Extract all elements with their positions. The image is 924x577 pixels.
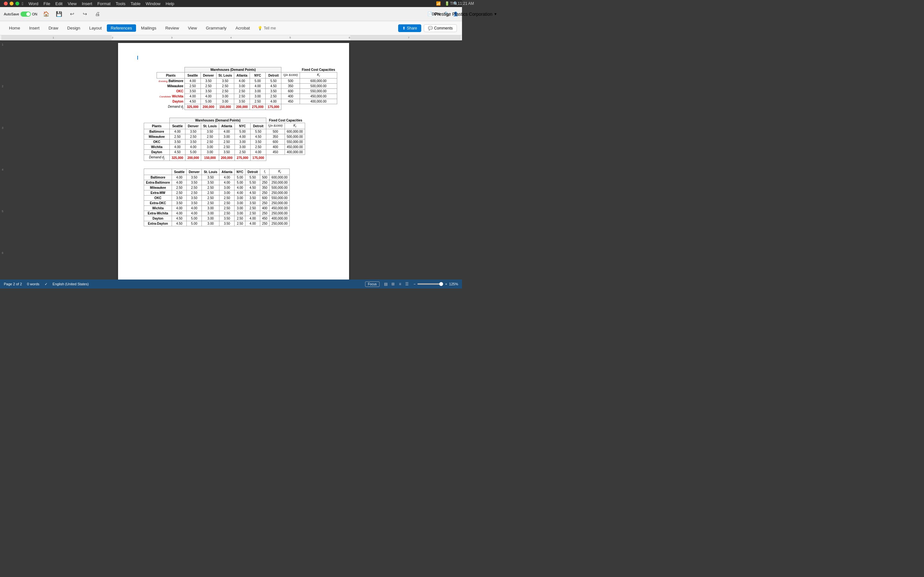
zoom-plus[interactable]: + bbox=[445, 282, 447, 286]
toolbar: AutoSave ON 🏠 💾 ↩ ↪ 🖨 📄 Prestige Plastic… bbox=[0, 7, 462, 21]
table-row: Extra-OKC 3.50 3.50 2.50 2.50 3.00 3.50 … bbox=[144, 201, 290, 206]
tab-mailings[interactable]: Mailings bbox=[137, 24, 160, 32]
table-section-1: Warehouses (Demand Points) Fixed Cost Ca… bbox=[137, 67, 330, 110]
file-menu[interactable]: File bbox=[44, 1, 50, 6]
tab-references[interactable]: References bbox=[107, 24, 136, 32]
page-container[interactable]: Warehouses (Demand Points) Fixed Cost Ca… bbox=[5, 40, 462, 279]
traffic-lights[interactable] bbox=[4, 2, 19, 5]
table-menu[interactable]: Table bbox=[131, 1, 141, 6]
share-icon: ⬆ bbox=[402, 26, 405, 31]
tab-acrobat[interactable]: Acrobat bbox=[232, 24, 254, 32]
tools-menu[interactable]: Tools bbox=[116, 1, 126, 6]
left-margin: 1 2 3 4 5 6 7 bbox=[0, 40, 5, 279]
table-row: Extra-Dayton 4.50 5.00 3.00 3.50 2.50 4.… bbox=[144, 221, 290, 226]
document-page: Warehouses (Demand Points) Fixed Cost Ca… bbox=[118, 43, 349, 279]
language: English (United States) bbox=[53, 282, 89, 286]
wifi-icon: 📶 bbox=[436, 1, 441, 6]
window-menu[interactable]: Window bbox=[145, 1, 160, 6]
demand-row-2: Demand dj 325,000 200,000 150,000 200,00… bbox=[144, 155, 305, 161]
plants-header-1: Plants bbox=[157, 73, 185, 79]
margin-num-6: 6 bbox=[2, 251, 3, 255]
page-info: Page 2 of 2 bbox=[4, 282, 22, 286]
print-icon[interactable]: 🖨 bbox=[94, 10, 102, 18]
insert-menu[interactable]: Insert bbox=[82, 1, 92, 6]
spell-check-icon[interactable]: ✓ bbox=[45, 282, 47, 286]
tell-me[interactable]: 💡 Tell me bbox=[258, 26, 276, 31]
data-table-2: Warehouses (Demand Points) Fixed Cost Ca… bbox=[144, 118, 305, 161]
zoom-minus[interactable]: − bbox=[414, 282, 415, 286]
doc-icon: 📄 bbox=[427, 11, 433, 16]
existing-tag: Existing bbox=[159, 80, 168, 83]
view-menu[interactable]: View bbox=[68, 1, 77, 6]
table-row: OKC 3.50 3.50 2.50 2.50 3.00 3.50 600 55… bbox=[157, 89, 337, 94]
save-icon[interactable]: 💾 bbox=[55, 10, 63, 18]
undo-icon[interactable]: ↩ bbox=[68, 10, 76, 18]
margin-num-4: 4 bbox=[2, 168, 3, 171]
tab-insert[interactable]: Insert bbox=[25, 24, 44, 32]
tab-review[interactable]: Review bbox=[162, 24, 183, 32]
share-button[interactable]: ⬆ Share bbox=[398, 24, 421, 32]
comments-button[interactable]: 💬 Comments bbox=[424, 24, 457, 32]
comment-icon: 💬 bbox=[428, 26, 433, 31]
table-row: Extra-Baltimore 4.00 3.50 3.50 4.00 5.00… bbox=[144, 180, 290, 185]
status-right: Focus ▤ ⊞ ≡ ☰ − + 125% bbox=[365, 282, 458, 287]
tab-design[interactable]: Design bbox=[63, 24, 84, 32]
table-row: Baltimore 4.00 3.50 3.50 4.00 5.00 5.50 … bbox=[144, 129, 305, 134]
table-row: Baltimore 4.00 3.50 3.50 4.00 5.00 5.50 … bbox=[144, 175, 290, 180]
outline-icon[interactable]: ≡ bbox=[397, 282, 403, 287]
fixed-cost-cap-header-1: Fixed Cost Capacities bbox=[300, 67, 337, 73]
home-icon[interactable]: 🏠 bbox=[42, 10, 50, 18]
menu-bar:  Word File Edit View Insert Format Tool… bbox=[22, 1, 174, 6]
print-layout-icon[interactable]: ▤ bbox=[383, 282, 389, 287]
redo-icon[interactable]: ↪ bbox=[81, 10, 89, 18]
edit-menu[interactable]: Edit bbox=[55, 1, 63, 6]
tab-draw[interactable]: Draw bbox=[45, 24, 62, 32]
tab-grammarly[interactable]: Grammarly bbox=[202, 24, 230, 32]
table-row: Milwaukee 2.50 2.50 2.50 3.00 4.00 4.50 … bbox=[157, 84, 337, 89]
draft-icon[interactable]: ☰ bbox=[405, 282, 410, 287]
table-row: Existing Baltimore 4.00 3.50 3.50 4.00 5… bbox=[157, 79, 337, 84]
format-menu[interactable]: Format bbox=[97, 1, 110, 6]
margin-num-2: 2 bbox=[2, 85, 3, 88]
candidate-tag: Candidate bbox=[160, 95, 171, 98]
tab-view[interactable]: View bbox=[184, 24, 201, 32]
ribbon: Home Insert Draw Design Layout Reference… bbox=[0, 21, 462, 35]
autosave-toggle[interactable] bbox=[21, 11, 31, 17]
word-count: 0 words bbox=[27, 282, 39, 286]
apple-menu[interactable]:  bbox=[22, 1, 23, 6]
warehouse-header-1: Warehouses (Demand Points) bbox=[185, 67, 281, 73]
status-left: Page 2 of 2 0 words ✓ English (United St… bbox=[4, 282, 89, 286]
minimize-button[interactable] bbox=[10, 2, 13, 5]
table-row: Milwaukee 2.50 2.50 2.50 3.00 4.00 4.50 … bbox=[144, 134, 305, 139]
autosave-label: AutoSave bbox=[4, 12, 19, 16]
table-row: OKC 3.50 3.50 2.50 2.50 3.00 3.50 600 55… bbox=[144, 195, 290, 201]
focus-button[interactable]: Focus bbox=[365, 282, 380, 287]
table-row: Extra-MW 2.50 2.50 2.50 3.00 4.00 4.50 2… bbox=[144, 190, 290, 195]
maximize-button[interactable] bbox=[15, 2, 19, 5]
warehouse-header-2: Warehouses (Demand Points) bbox=[170, 118, 266, 123]
ribbon-actions: ⬆ Share 💬 Comments bbox=[398, 24, 457, 32]
data-table-3: Seattle Denver St. Louis Atlanta NYC Det… bbox=[144, 169, 290, 226]
tab-layout[interactable]: Layout bbox=[86, 24, 105, 32]
autosave-control: AutoSave ON bbox=[4, 11, 37, 17]
close-button[interactable] bbox=[4, 2, 8, 5]
lightbulb-icon: 💡 bbox=[258, 26, 262, 31]
table-row: Dayton 4.50 5.00 3.00 3.50 2.50 4.00 450… bbox=[144, 150, 305, 155]
margin-num-3: 3 bbox=[2, 126, 3, 129]
table-row: Extra-Wichita 4.00 4.00 3.00 2.50 3.00 2… bbox=[144, 211, 290, 216]
table-row: OKC 3.50 3.50 2.50 2.50 3.00 3.50 600 55… bbox=[144, 139, 305, 145]
word-menu[interactable]: Word bbox=[29, 1, 39, 6]
doc-title: Prestige Plastics Corporation bbox=[435, 11, 462, 17]
table-section-3: Seattle Denver St. Louis Atlanta NYC Det… bbox=[137, 169, 330, 226]
table-row: Milwaukee 2.50 2.50 2.50 3.00 4.00 4.50 … bbox=[144, 185, 290, 190]
cursor-area bbox=[137, 56, 330, 61]
web-layout-icon[interactable]: ⊞ bbox=[391, 282, 396, 287]
zoom-slider[interactable] bbox=[417, 284, 443, 285]
margin-num-5: 5 bbox=[2, 210, 3, 213]
autosave-state: ON bbox=[32, 12, 37, 16]
doc-title-area: 📄 Prestige Plastics Corporation ▾ bbox=[427, 11, 462, 17]
help-menu[interactable]: Help bbox=[166, 1, 174, 6]
tab-home[interactable]: Home bbox=[5, 24, 24, 32]
fixed-cost-cap-header-2: Fixed Cost Capacities bbox=[266, 118, 305, 123]
table-row: Dayton 4.50 5.00 3.00 3.50 2.50 4.00 450… bbox=[157, 99, 337, 104]
